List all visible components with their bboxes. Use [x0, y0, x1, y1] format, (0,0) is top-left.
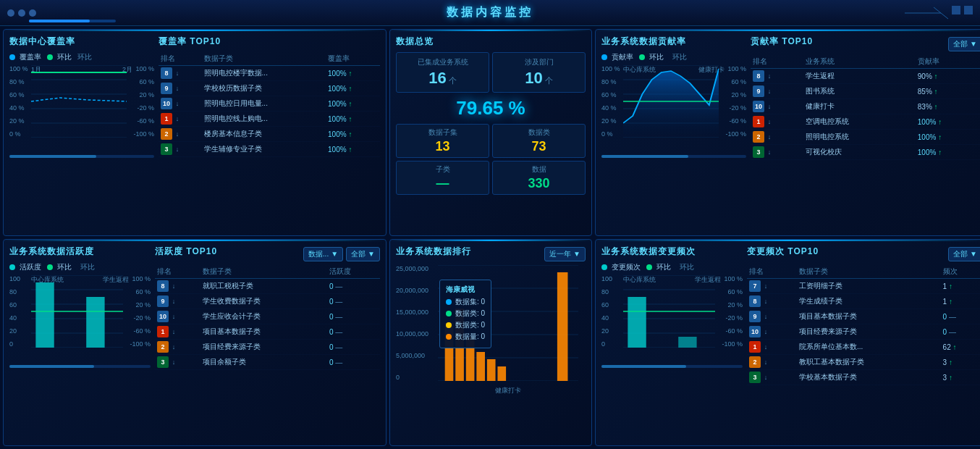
col-rank-ch: 排名	[747, 265, 797, 279]
col-rank-a: 排名	[155, 265, 200, 279]
dataset-value: 13	[400, 139, 486, 154]
rank-badge: 9	[157, 295, 169, 307]
coverage-panel: 数据中心覆盖率 覆盖率 环比 环比 100 %80 %60 %40 %20 %0…	[3, 29, 386, 236]
rank-arrow: ↓	[764, 374, 768, 381]
tooltip-dot-2	[446, 311, 452, 316]
overview-title: 数据总览	[396, 35, 586, 48]
trend-up-icon: ↑	[348, 85, 352, 93]
rank-cell: 3 ↓	[159, 142, 202, 157]
rank-cell: 9 ↓	[159, 81, 202, 96]
contribution-dropdown[interactable]: 全部 ▼	[948, 37, 980, 51]
name-cell: 学生收费数据子类	[200, 294, 326, 309]
rank-arrow: ↓	[764, 328, 768, 335]
rank-cell: 1 ↓	[159, 112, 202, 127]
win-dot-2	[18, 9, 25, 17]
activity-dropdown1[interactable]: 数据... ▼	[303, 247, 343, 261]
legend-changes-yoy: 环比	[646, 262, 671, 272]
rank-cell: 9 ↓	[155, 294, 200, 309]
coverage-y-left: 100 %80 %60 %40 %20 %0 %	[9, 65, 30, 138]
name-cell: 项目经费来源子类	[797, 324, 941, 340]
changes-scrollbar[interactable]	[601, 365, 743, 368]
value-cell: 62 ↑	[941, 340, 980, 355]
title-bar: 数据内容监控	[0, 0, 980, 26]
coverage-legend: 覆盖率 环比 环比	[9, 52, 154, 62]
contribution-scrollbar[interactable]	[601, 155, 746, 158]
ranking-y-labels: 25,000,000 20,000,000 15,000,000 10,000,…	[396, 265, 436, 381]
rank-badge: 1	[161, 113, 172, 125]
rank-arrow: ↓	[768, 148, 772, 156]
chevron-down-icon-ch: ▼	[970, 250, 977, 258]
rank-arrow: ↓	[172, 343, 176, 351]
rank-badge: 10	[753, 101, 764, 112]
table-row: 8 ↓ 学生成绩子类 1 ↑	[747, 294, 980, 309]
coverage-title: 数据中心覆盖率	[9, 35, 154, 48]
legend-contrib: 贡献率	[601, 52, 633, 62]
rank-arrow: ↓	[176, 130, 179, 138]
activity-dropdown2[interactable]: 全部 ▼	[346, 247, 380, 261]
rank-badge: 1	[157, 326, 169, 337]
value-cell: 90% ↑	[916, 69, 980, 84]
rank-arrow: ↓	[764, 343, 768, 351]
value-cell: 83% ↑	[916, 99, 980, 114]
main-grid: 数据中心覆盖率 覆盖率 环比 环比 100 %80 %60 %40 %20 %0…	[0, 26, 980, 449]
rank-arrow: ↓	[768, 88, 772, 95]
changes-top10-header: 变更频次 TOP10 全部 ▼	[747, 246, 980, 262]
ranking-dropdown[interactable]: 近一年 ▼	[544, 247, 586, 261]
rank-badge: 10	[161, 98, 172, 109]
rank-badge: 3	[753, 146, 764, 158]
rank-cell: 9 ↓	[747, 309, 797, 324]
activity-y-right: 100 %60 %20 %-20 %-60 %-100 %	[125, 275, 151, 348]
col-name-c: 业务系统	[803, 55, 916, 69]
rank-arrow: ↓	[768, 72, 772, 80]
table-row: 1 ↓ 照明电控线上购电... 100% ↑	[159, 112, 380, 127]
value-cell: 0 —	[327, 355, 380, 370]
trend-none-icon: —	[949, 328, 956, 336]
trend-up-icon: ↑	[949, 282, 952, 290]
table-row: 7 ↓ 工资明细子类 1 ↑	[747, 279, 980, 294]
value-cell: 100% ↑	[916, 130, 980, 145]
tooltip-dot-3	[446, 322, 452, 328]
trend-up-icon: ↑	[949, 374, 952, 382]
dot-activity-yoy	[47, 264, 53, 270]
changes-legend: 变更频次 环比 环比	[601, 262, 743, 272]
datatype-value: 73	[496, 139, 582, 154]
coverage-scrollbar[interactable]	[9, 155, 154, 158]
name-cell: 院系所单位基本数...	[797, 340, 941, 355]
value-cell: 0 —	[327, 324, 380, 340]
rank-badge: 3	[161, 143, 172, 155]
dataset-card: 数据子集 13	[396, 124, 489, 158]
changes-dropdown[interactable]: 全部 ▼	[948, 247, 980, 261]
name-cell: 工资明细子类	[797, 279, 941, 294]
rank-badge: 2	[157, 341, 169, 353]
rank-cell: 10 ↓	[751, 99, 803, 114]
activity-top10-table: 排名 数据子类 活跃度 8 ↓ 就职工税税子类 0 — 9 ↓ 学生收费数据子类…	[155, 265, 380, 370]
col-value: 覆盖率	[326, 52, 380, 66]
dept-card: 涉及部门 10 个	[492, 52, 586, 93]
col-name: 数据子类	[202, 52, 326, 66]
table-row: 10 ↓ 学生应收会计子类 0 —	[155, 309, 380, 324]
col-value-c: 贡献率	[916, 55, 980, 69]
contrib-y-right: 100 %60 %20 %-20 %-60 %-100 %	[721, 65, 746, 138]
table-row: 3 ↓ 项目余额子类 0 —	[155, 355, 380, 370]
table-row: 10 ↓ 项目经费来源子类 0 —	[747, 324, 980, 340]
contribution-panel: 业务系统数据贡献率 贡献率 环比 环比 100 %80 %60 %40 %20 …	[595, 29, 980, 236]
activity-scrollbar[interactable]	[9, 365, 151, 368]
rank-badge: 2	[161, 128, 172, 140]
tooltip-dot-1	[446, 299, 452, 305]
trend-none-icon: —	[335, 313, 342, 321]
rank-badge: 8	[161, 67, 172, 79]
overview-panel: 数据总览 已集成业务系统 16 个 涉及部门 10 个 79.65 % 数据子集	[389, 29, 592, 236]
rank-cell: 7 ↓	[747, 279, 797, 294]
table-row: 9 ↓ 学生收费数据子类 0 —	[155, 294, 380, 309]
rank-arrow: ↓	[764, 282, 768, 290]
legend-changes: 变更频次	[601, 262, 641, 272]
name-cell: 照明电控系统	[803, 130, 916, 145]
col-rank-c: 排名	[751, 55, 803, 69]
name-cell: 就职工税税子类	[200, 279, 326, 294]
rank-badge: 1	[749, 341, 761, 353]
trend-up-icon: ↑	[348, 115, 352, 123]
activity-chart-section: 业务系统数据活跃度 活跃度 环比 环比 100806040200 100 %60…	[9, 246, 151, 440]
rank-arrow: ↓	[172, 313, 176, 320]
rank-cell: 3 ↓	[751, 145, 803, 160]
rank-cell: 2 ↓	[747, 355, 797, 370]
